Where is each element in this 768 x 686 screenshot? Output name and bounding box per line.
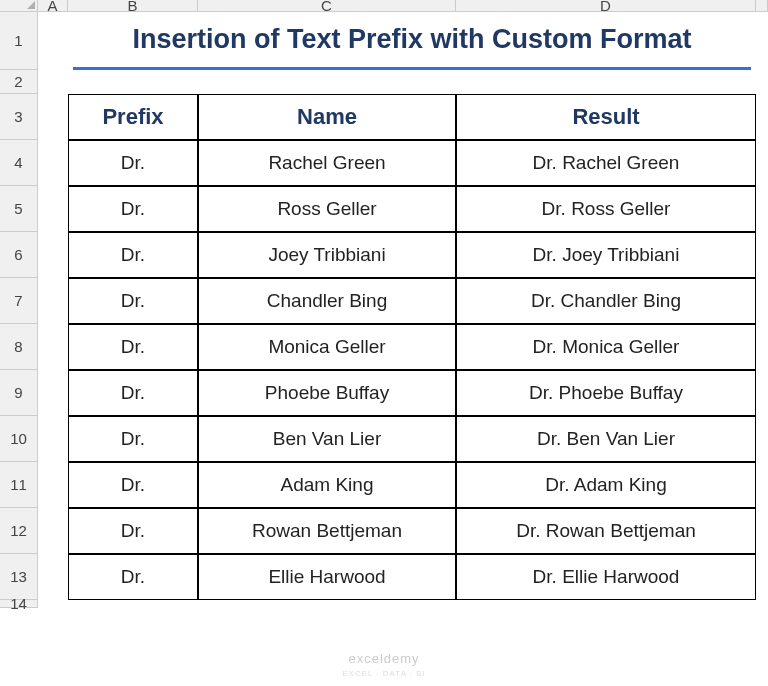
row-header-11[interactable]: 11 — [0, 462, 38, 508]
cell-name[interactable]: Monica Geller — [198, 324, 456, 370]
row-header-4[interactable]: 4 — [0, 140, 38, 186]
cell-result[interactable]: Dr. Monica Geller — [456, 324, 756, 370]
cell-name[interactable]: Ross Geller — [198, 186, 456, 232]
table-header-prefix[interactable]: Prefix — [68, 94, 198, 140]
cell-result[interactable]: Dr. Ben Van Lier — [456, 416, 756, 462]
cell-name[interactable]: Rachel Green — [198, 140, 456, 186]
row-header-6[interactable]: 6 — [0, 232, 38, 278]
row-header-8[interactable]: 8 — [0, 324, 38, 370]
cell-prefix[interactable]: Dr. — [68, 416, 198, 462]
cell-prefix[interactable]: Dr. — [68, 554, 198, 600]
cell-result[interactable]: Dr. Ellie Harwood — [456, 554, 756, 600]
page-title[interactable]: Insertion of Text Prefix with Custom For… — [73, 12, 751, 70]
cell-prefix[interactable]: Dr. — [68, 140, 198, 186]
cell-result[interactable]: Dr. Phoebe Buffay — [456, 370, 756, 416]
cell-result[interactable]: Dr. Rowan Bettjeman — [456, 508, 756, 554]
cell-name[interactable]: Rowan Bettjeman — [198, 508, 456, 554]
cell-prefix[interactable]: Dr. — [68, 462, 198, 508]
cell-prefix[interactable]: Dr. — [68, 370, 198, 416]
cell-prefix[interactable]: Dr. — [68, 278, 198, 324]
cell-name[interactable]: Adam King — [198, 462, 456, 508]
cell-name[interactable]: Phoebe Buffay — [198, 370, 456, 416]
cell-prefix[interactable]: Dr. — [68, 508, 198, 554]
row-header-14[interactable]: 14 — [0, 600, 38, 608]
cell-prefix[interactable]: Dr. — [68, 186, 198, 232]
watermark-text: exceldemy — [348, 651, 419, 666]
row-header-10[interactable]: 10 — [0, 416, 38, 462]
cell-name[interactable]: Ben Van Lier — [198, 416, 456, 462]
cell-prefix[interactable]: Dr. — [68, 324, 198, 370]
select-all-corner[interactable] — [0, 0, 38, 12]
cell-name[interactable]: Chandler Bing — [198, 278, 456, 324]
cell-name[interactable]: Ellie Harwood — [198, 554, 456, 600]
table-header-result[interactable]: Result — [456, 94, 756, 140]
col-header-b[interactable]: B — [68, 0, 198, 12]
cell-result[interactable]: Dr. Joey Tribbiani — [456, 232, 756, 278]
table-header-name[interactable]: Name — [198, 94, 456, 140]
row-header-12[interactable]: 12 — [0, 508, 38, 554]
col-header-c[interactable]: C — [198, 0, 456, 12]
cell-prefix[interactable]: Dr. — [68, 232, 198, 278]
spreadsheet-grid: A B C D 1 2 3 4 5 6 7 8 9 10 11 12 13 14… — [0, 0, 768, 608]
row-header-3[interactable]: 3 — [0, 94, 38, 140]
cell-result[interactable]: Dr. Ross Geller — [456, 186, 756, 232]
row-header-1[interactable]: 1 — [0, 12, 38, 70]
col-header-d[interactable]: D — [456, 0, 756, 12]
cell-result[interactable]: Dr. Chandler Bing — [456, 278, 756, 324]
cell-result[interactable]: Dr. Adam King — [456, 462, 756, 508]
row-header-9[interactable]: 9 — [0, 370, 38, 416]
row-header-13[interactable]: 13 — [0, 554, 38, 600]
watermark-subtext: EXCEL · DATA · BI — [342, 669, 426, 678]
row-header-7[interactable]: 7 — [0, 278, 38, 324]
row-header-2[interactable]: 2 — [0, 70, 38, 94]
cell-result[interactable]: Dr. Rachel Green — [456, 140, 756, 186]
row-header-5[interactable]: 5 — [0, 186, 38, 232]
cell-name[interactable]: Joey Tribbiani — [198, 232, 456, 278]
col-header-a[interactable]: A — [38, 0, 68, 12]
col-header-blank — [756, 0, 768, 12]
